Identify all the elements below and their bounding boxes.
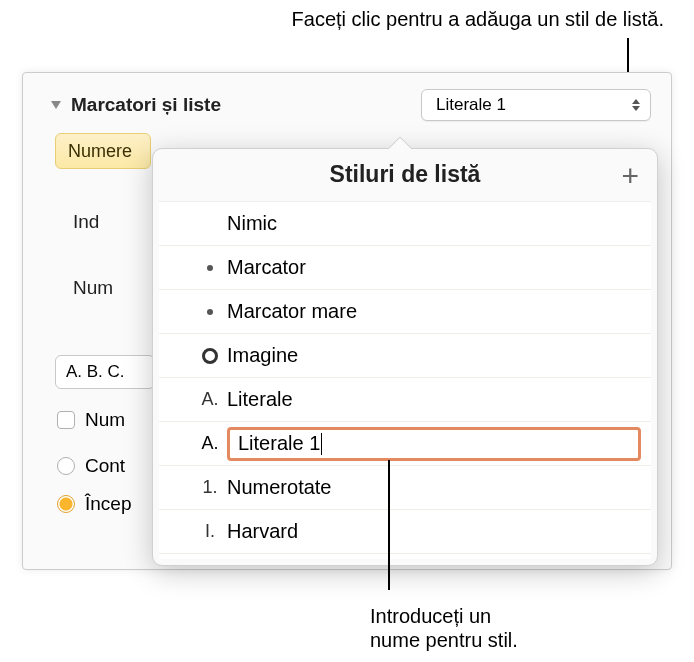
style-item-none[interactable]: Nimic xyxy=(159,202,651,246)
style-item-label: Marcator mare xyxy=(227,300,651,323)
text-caret-icon xyxy=(321,433,322,455)
number-label: Num xyxy=(73,277,113,299)
startfrom-radio-label: Încep xyxy=(85,493,131,515)
style-item-label: Marcator xyxy=(227,256,651,279)
add-style-button[interactable]: + xyxy=(621,161,639,191)
style-item-image[interactable]: Imagine xyxy=(159,334,651,378)
indent-label: Ind xyxy=(73,211,99,233)
prefix-text: 1. xyxy=(193,477,227,498)
section-row: Marcatori și liste Literale 1 xyxy=(23,73,671,127)
style-name-input-value: Literale 1 xyxy=(238,432,320,455)
chevron-updown-icon xyxy=(632,99,640,111)
format-subtype-value: Numere xyxy=(68,141,132,162)
tiered-numbers-checkbox-row[interactable]: Num xyxy=(57,409,125,431)
style-item-label: Literale xyxy=(227,388,651,411)
list-style-popup[interactable]: Literale 1 xyxy=(421,89,651,121)
list-style-popup-value: Literale 1 xyxy=(436,95,506,115)
bullet-icon xyxy=(193,309,227,315)
bullet-icon xyxy=(193,265,227,271)
style-item-bullet-large[interactable]: Marcator mare xyxy=(159,290,651,334)
list-styles-popover: Stiluri de listă + Nimic Marcator Marcat… xyxy=(152,148,658,566)
prefix-text: I. xyxy=(193,521,227,542)
format-subtype-dropdown[interactable]: Numere xyxy=(55,133,151,169)
callout-enter-name: Introduceți un nume pentru stil. xyxy=(370,604,518,652)
style-item-numbered[interactable]: 1. Numerotate xyxy=(159,466,651,510)
radio-selected-icon[interactable] xyxy=(57,495,75,513)
style-item-label: Imagine xyxy=(227,344,651,367)
tiered-numbers-label: Num xyxy=(85,409,125,431)
style-name-input[interactable]: Literale 1 xyxy=(227,427,641,461)
callout-bottom-line2: nume pentru stil. xyxy=(370,629,518,651)
callout-line-bottom xyxy=(388,460,390,590)
section-label: Marcatori și liste xyxy=(71,94,221,116)
radio-icon[interactable] xyxy=(57,457,75,475)
startfrom-radio-row[interactable]: Încep xyxy=(57,493,131,515)
plus-icon: + xyxy=(621,159,639,192)
style-item-bullet[interactable]: Marcator xyxy=(159,246,651,290)
popover-title: Stiluri de listă xyxy=(153,149,657,196)
continue-radio-row[interactable]: Cont xyxy=(57,455,125,477)
style-item-label: Nimic xyxy=(227,212,651,235)
continue-radio-label: Cont xyxy=(85,455,125,477)
style-item-label: Numerotate xyxy=(227,476,651,499)
prefix-text: A. xyxy=(193,433,227,454)
style-list: Nimic Marcator Marcator mare Imagine A. … xyxy=(159,201,651,559)
popover-tail-icon xyxy=(387,137,411,149)
checkbox-icon[interactable] xyxy=(57,411,75,429)
number-format-value: A. B. C. xyxy=(66,362,125,382)
ring-icon xyxy=(193,348,227,364)
prefix-text: A. xyxy=(193,389,227,410)
callout-bottom-line1: Introduceți un xyxy=(370,605,491,627)
style-item-editing[interactable]: A. Literale 1 xyxy=(159,422,651,466)
style-item-label: Harvard xyxy=(227,520,651,543)
style-item-harvard[interactable]: I. Harvard xyxy=(159,510,651,554)
disclosure-triangle-icon[interactable] xyxy=(51,101,61,109)
number-format-dropdown[interactable]: A. B. C. xyxy=(55,355,155,389)
style-item-lettered[interactable]: A. Literale xyxy=(159,378,651,422)
callout-add-style: Faceți clic pentru a adăuga un stil de l… xyxy=(85,8,664,31)
